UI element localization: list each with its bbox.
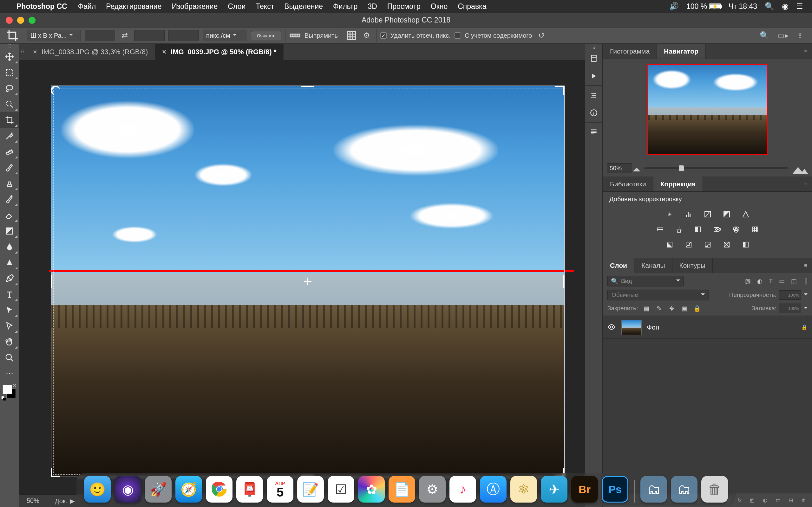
vibrance-icon[interactable] — [740, 209, 752, 219]
posterize-icon[interactable] — [682, 239, 695, 250]
crop-handle-bl[interactable] — [51, 468, 60, 477]
menu-filter[interactable]: Фильтр — [328, 2, 362, 11]
invert-icon[interactable] — [664, 239, 676, 250]
dock-mail[interactable]: 📮 — [236, 476, 263, 503]
zoom-in-mountain-icon[interactable] — [792, 161, 808, 175]
tab-navigator[interactable]: Навигатор — [657, 44, 706, 59]
dock-calendar[interactable]: АПР 5 — [267, 476, 293, 503]
clone-stamp-tool[interactable] — [0, 176, 19, 191]
dock-photos[interactable]: ✿ — [358, 476, 385, 503]
zoom-readout[interactable]: 50% — [19, 497, 47, 504]
dock-photoshop[interactable]: Ps — [602, 476, 628, 503]
crop-ratio-preset-dropdown[interactable]: Ш x В x Ра... — [27, 30, 81, 41]
brush-tool[interactable] — [0, 160, 19, 176]
menu-image[interactable]: Изображение — [166, 2, 223, 11]
history-panel-icon[interactable] — [588, 52, 600, 64]
panel-grip[interactable]: ⠿ — [592, 44, 595, 49]
siri-menubar-icon[interactable]: ◉ — [778, 3, 792, 10]
layer-item[interactable]: Фон 🔒 — [603, 316, 812, 339]
layer-thumbnail[interactable] — [621, 320, 642, 335]
canvas[interactable] — [51, 86, 565, 477]
crop-marquee[interactable] — [51, 86, 565, 477]
filter-smart-icon[interactable]: ◫ — [791, 278, 797, 285]
straighten-label[interactable]: Выпрямить — [305, 32, 338, 39]
dock-launchpad[interactable]: 🚀 — [145, 476, 171, 503]
document-tab[interactable]: × IMG_0038.JPG @ 33,3% (RGB/8) — [26, 44, 155, 60]
new-adjustment-layer-icon[interactable]: ◐ — [763, 497, 767, 503]
dock-chrome[interactable] — [206, 476, 233, 503]
hue-sat-icon[interactable] — [654, 224, 666, 234]
dock-telegram[interactable]: ✈ — [541, 476, 567, 503]
menu-edit[interactable]: Редактирование — [101, 2, 166, 11]
dock-iwork[interactable]: 📄 — [389, 476, 415, 503]
exposure-icon[interactable] — [721, 209, 733, 219]
layer-style-icon[interactable]: fx — [738, 498, 742, 503]
crop-center-icon[interactable] — [304, 278, 311, 285]
dock-finder[interactable]: 🙂 — [84, 476, 111, 503]
blend-mode-dropdown[interactable]: Обычные — [607, 290, 709, 300]
crop-settings-icon[interactable]: ⚙ — [361, 30, 372, 41]
dock-siri[interactable]: ◉ — [114, 476, 141, 503]
zoom-window-button[interactable] — [29, 17, 36, 24]
lock-all-icon[interactable]: 🔒 — [693, 304, 701, 313]
shape-tool[interactable] — [0, 318, 19, 334]
dock-reminders[interactable]: ☑ — [328, 476, 354, 503]
filter-shape-icon[interactable]: ▭ — [779, 278, 785, 285]
color-balance-icon[interactable] — [673, 224, 685, 234]
tab-histogram[interactable]: Гистограмма — [603, 44, 657, 59]
zoom-out-mountain-icon[interactable] — [636, 164, 641, 173]
dock-appstore[interactable]: Ⓐ — [480, 476, 507, 503]
dock-safari[interactable]: 🧭 — [175, 476, 202, 503]
reset-crop-icon[interactable]: ↺ — [536, 30, 547, 41]
search-icon[interactable]: 🔍 — [760, 32, 769, 39]
foreground-color-swatch[interactable] — [3, 385, 12, 394]
tab-paths[interactable]: Контуры — [672, 258, 713, 273]
paragraph-panel-icon[interactable] — [588, 126, 600, 138]
lock-transparency-icon[interactable]: ▦ — [642, 304, 651, 313]
navigator-thumbnail[interactable] — [647, 64, 768, 155]
layer-name[interactable]: Фон — [647, 324, 659, 331]
path-select-tool[interactable] — [0, 302, 19, 318]
tab-adjustments[interactable]: Коррекция — [653, 176, 703, 191]
move-tool[interactable] — [0, 49, 19, 65]
lock-pixels-icon[interactable]: ✎ — [655, 304, 663, 313]
share-icon[interactable]: ⇪ — [797, 32, 803, 39]
notification-center-icon[interactable]: ☰ — [792, 3, 807, 10]
delete-cropped-checkbox[interactable] — [380, 32, 387, 39]
history-brush-tool[interactable] — [0, 191, 19, 207]
navigator-zoom-slider[interactable] — [644, 167, 789, 169]
menu-select[interactable]: Выделение — [279, 2, 328, 11]
filter-type-icon[interactable]: T — [769, 278, 773, 285]
eraser-tool[interactable] — [0, 207, 19, 223]
dock-preferences[interactable]: ⚙ — [419, 476, 446, 503]
crop-width-input[interactable] — [85, 30, 115, 41]
navigator-zoom-input[interactable]: 50% — [607, 163, 632, 173]
channel-mixer-icon[interactable] — [730, 224, 742, 234]
photo-filter-icon[interactable] — [711, 224, 723, 234]
layer-lock-icon[interactable]: 🔒 — [801, 324, 808, 330]
levels-icon[interactable] — [682, 209, 695, 219]
toolbox-grip[interactable]: ⠿ — [0, 44, 19, 49]
tab-libraries[interactable]: Библиотеки — [603, 176, 653, 191]
crop-handle-top[interactable] — [301, 86, 314, 95]
threshold-icon[interactable] — [702, 239, 714, 250]
color-lookup-icon[interactable] — [749, 224, 761, 234]
menu-window[interactable]: Окно — [426, 2, 453, 11]
layer-filter-dropdown[interactable]: 🔍 Вид — [607, 276, 683, 286]
crop-tool[interactable] — [0, 112, 19, 128]
menu-text[interactable]: Текст — [251, 2, 279, 11]
swap-dimensions-icon[interactable]: ⇄ — [119, 30, 131, 41]
selective-color-icon[interactable] — [721, 239, 733, 250]
battery-status[interactable]: 100 % ⚡ — [682, 2, 725, 11]
close-window-button[interactable] — [6, 17, 13, 24]
hand-tool[interactable] — [0, 334, 19, 350]
lasso-tool[interactable] — [0, 80, 19, 96]
visibility-toggle-icon[interactable] — [607, 323, 616, 332]
document-tab[interactable]: × IMG_0039.JPG @ 50% (RGB/8) * — [155, 44, 284, 60]
close-tab-icon[interactable]: × — [33, 48, 37, 56]
black-white-icon[interactable] — [692, 224, 704, 234]
lock-artboard-icon[interactable]: ▣ — [680, 304, 689, 313]
straighten-icon[interactable] — [289, 30, 301, 41]
dock-applications[interactable]: 🗂 — [671, 476, 698, 503]
new-group-icon[interactable]: 🗀 — [775, 498, 780, 503]
